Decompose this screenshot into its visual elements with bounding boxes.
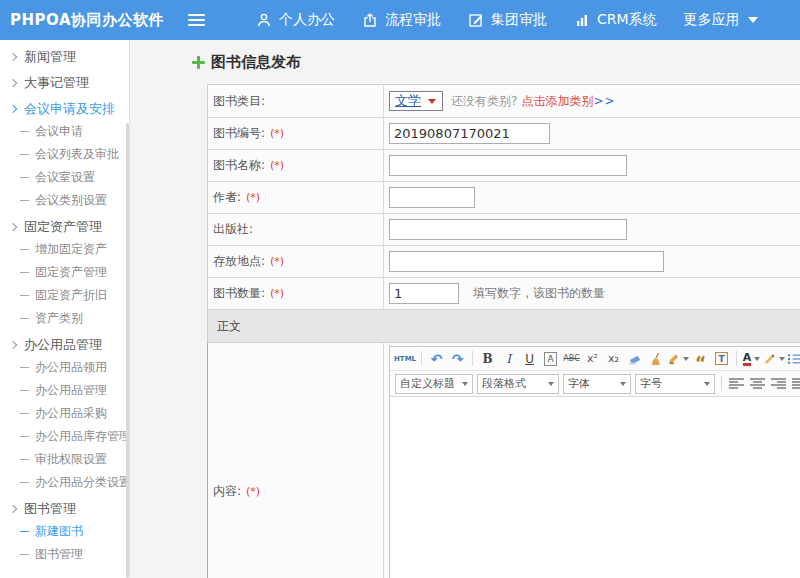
autotypeset-button[interactable]: A: [544, 352, 556, 366]
category-select[interactable]: 文学: [389, 91, 443, 111]
nav-process-approval[interactable]: 流程审批: [362, 11, 441, 29]
bar-chart-icon: [574, 12, 590, 28]
sidebar-scrollbar[interactable]: [126, 123, 129, 578]
sidebar-item-meeting-category[interactable]: 会议类别设置: [0, 189, 129, 212]
sidebar-item-asset-add[interactable]: 增加固定资产: [0, 238, 129, 261]
underline-button[interactable]: U: [520, 349, 539, 368]
sidebar-item-meeting-apply[interactable]: 会议申请: [0, 120, 129, 143]
dash-icon: [20, 200, 29, 201]
nav-more-apps[interactable]: 更多应用: [684, 11, 758, 29]
sidebar-sub-label: 增加固定资产: [35, 241, 107, 258]
form-row-location: 存放地点: (*): [207, 246, 800, 278]
menu-toggle-button[interactable]: [184, 7, 209, 33]
dash-icon: [20, 413, 29, 414]
strikethrough-button[interactable]: ABC: [562, 349, 581, 368]
sidebar-item-approval-permission[interactable]: 审批权限设置: [0, 448, 129, 471]
blockquote-button[interactable]: “: [691, 349, 710, 368]
dropdown-label: 段落格式: [482, 376, 526, 391]
sidebar-item-supplies-manage[interactable]: 办公用品管理: [0, 379, 129, 402]
caret-down-icon: [462, 382, 468, 386]
quantity-input[interactable]: [389, 283, 459, 304]
sidebar-item-news-management[interactable]: 新闻管理: [0, 46, 129, 68]
sidebar-item-supplies-category[interactable]: 办公用品分类设置: [0, 471, 129, 494]
nav-personal-office[interactable]: 个人办公: [256, 11, 335, 29]
add-category-link[interactable]: 点击添加类别: [521, 93, 593, 110]
book-number-input[interactable]: [389, 123, 550, 144]
sidebar-sub-label: 办公用品采购: [35, 405, 107, 422]
sidebar-sub-label: 资产类别: [35, 310, 83, 327]
sidebar-item-book-manage[interactable]: 图书管理: [0, 543, 129, 566]
highlight-color-button[interactable]: [763, 349, 785, 368]
sidebar-group-supplies: 办公用品管理 办公用品领用 办公用品管理 办公用品采购 办公用品库存管理 审批权…: [0, 334, 129, 494]
nav-group-approval[interactable]: 集团审批: [468, 11, 547, 29]
form-row-book-number: 图书编号: (*): [207, 118, 800, 150]
align-left-button[interactable]: [727, 374, 746, 393]
nav-crm-system[interactable]: CRM系统: [574, 11, 657, 29]
form-row-quantity: 图书数量: (*) 填写数字，该图书的数量: [207, 278, 800, 310]
align-center-button[interactable]: [748, 374, 767, 393]
sidebar-item-book-new[interactable]: 新建图书: [0, 520, 129, 543]
chevron-right-icon: [9, 223, 17, 231]
sidebar-item-supplies-claim[interactable]: 办公用品领用: [0, 356, 129, 379]
eraser-button[interactable]: [625, 349, 644, 368]
field-label: 出版社:: [208, 214, 384, 245]
source-code-button[interactable]: HTML: [394, 349, 416, 368]
field-value: [384, 187, 800, 208]
author-input[interactable]: [389, 187, 475, 208]
caret-down-icon: [748, 17, 758, 23]
publisher-input[interactable]: [389, 219, 627, 240]
quantity-note: 填写数字，该图书的数量: [473, 285, 605, 302]
dash-icon: [20, 295, 29, 296]
sidebar-item-meeting-room[interactable]: 会议室设置: [0, 166, 129, 189]
editor-content-area[interactable]: [390, 397, 800, 578]
superscript-button[interactable]: x²: [583, 349, 602, 368]
location-input[interactable]: [389, 251, 664, 272]
sidebar-group-label: 办公用品管理: [24, 336, 102, 354]
custom-title-dropdown[interactable]: 自定义标题: [395, 374, 473, 394]
align-center-icon: [750, 378, 765, 389]
ordered-list-button[interactable]: [787, 349, 800, 368]
font-color-button[interactable]: A: [742, 349, 761, 368]
italic-button[interactable]: I: [499, 349, 518, 368]
paint-brush-icon: [667, 352, 680, 365]
sidebar-item-asset-depreciation[interactable]: 固定资产折旧: [0, 284, 129, 307]
sidebar-item-supplies-purchase[interactable]: 办公用品采购: [0, 402, 129, 425]
font-family-dropdown[interactable]: 字体: [563, 374, 631, 394]
nav-label: 更多应用: [684, 11, 740, 29]
form-row-category: 图书类目: 文学 还没有类别? 点击添加类别 >>: [207, 85, 800, 118]
format-painter-button[interactable]: [667, 349, 689, 368]
add-category-arrows[interactable]: >>: [593, 94, 615, 108]
sidebar-item-meeting-list[interactable]: 会议列表及审批: [0, 143, 129, 166]
sidebar-item-book-management[interactable]: 图书管理: [0, 498, 129, 520]
sidebar-item-supplies-management[interactable]: 办公用品管理: [0, 334, 129, 356]
undo-button[interactable]: ↶: [427, 349, 446, 368]
sidebar-item-asset-manage[interactable]: 固定资产管理: [0, 261, 129, 284]
sidebar-group-events: 大事记管理: [0, 72, 129, 94]
dash-icon: [20, 177, 29, 178]
align-justify-button[interactable]: [790, 374, 800, 393]
sidebar-item-asset-management[interactable]: 固定资产管理: [0, 216, 129, 238]
sidebar-item-asset-category[interactable]: 资产类别: [0, 307, 129, 330]
field-label: 图书类目:: [208, 85, 384, 117]
sidebar-item-events-management[interactable]: 大事记管理: [0, 72, 129, 94]
sidebar-item-meeting-management[interactable]: 会议申请及安排: [0, 98, 129, 120]
font-size-dropdown[interactable]: 字号: [635, 374, 715, 394]
bold-button[interactable]: B: [478, 349, 497, 368]
align-right-icon: [771, 378, 786, 389]
caret-down-icon: [428, 99, 436, 104]
sidebar-sub-label: 办公用品管理: [35, 382, 107, 399]
chevron-right-icon: [9, 341, 17, 349]
paste-as-text-button[interactable]: T: [715, 352, 728, 365]
required-mark: (*): [246, 485, 260, 498]
align-right-button[interactable]: [769, 374, 788, 393]
form-row-book-name: 图书名称: (*): [207, 150, 800, 182]
book-name-input[interactable]: [389, 155, 627, 176]
paragraph-format-dropdown[interactable]: 段落格式: [477, 374, 559, 394]
format-clean-button[interactable]: [646, 349, 665, 368]
dash-icon: [20, 390, 29, 391]
sidebar-item-supplies-inventory[interactable]: 办公用品库存管理: [0, 425, 129, 448]
subscript-button[interactable]: x₂: [604, 349, 623, 368]
topbar: PHPOA协同办公软件 个人办公 流程审批 集团审批 CRM系统 更多应用: [0, 0, 800, 40]
field-value: [384, 123, 800, 144]
redo-button[interactable]: ↷: [448, 349, 467, 368]
